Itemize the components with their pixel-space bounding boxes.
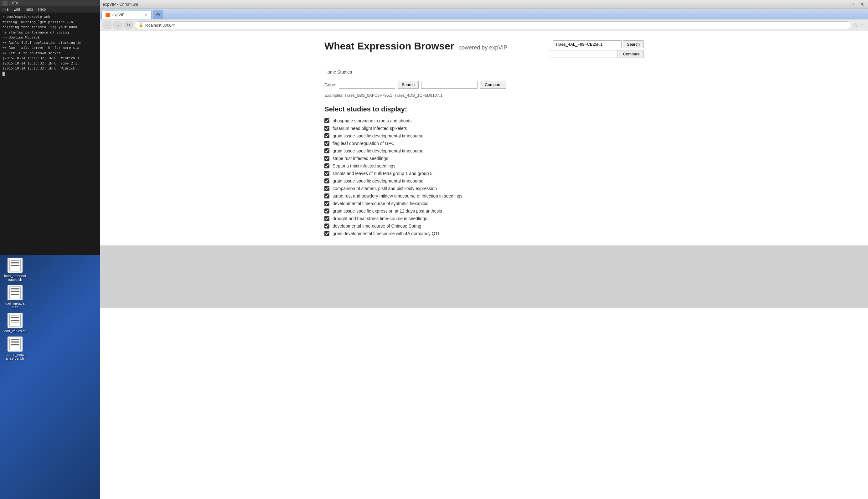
desktop-icon-2[interactable]: load_values.sh: [2, 313, 27, 333]
active-tab[interactable]: expVIP ✕: [101, 11, 152, 19]
page-content: Wheat Expression Browser powered by expV…: [312, 31, 656, 245]
page-title: Wheat Expression Browser: [324, 40, 454, 52]
breadcrumb-home-link[interactable]: Home: [324, 70, 336, 74]
address-text: localhost:3000/#: [145, 23, 175, 27]
file-icon-lines-1: [9, 287, 21, 299]
study-item-7: shoots and leaves of nulli tetra group 1…: [324, 171, 644, 176]
browser-title-text: expVIP - Chromium: [103, 2, 138, 7]
study-item-5: stripe rust infected seedlings: [324, 156, 644, 161]
study-checkbox-11[interactable]: [324, 201, 329, 206]
study-label-3: flag leaf downregulation of GPC: [333, 141, 395, 146]
desktop-icon-label-1: load_metadata.sh: [5, 302, 26, 309]
study-checkbox-6[interactable]: [324, 163, 329, 168]
terminal-icon: [2, 1, 8, 5]
page-header: Wheat Expression Browser powered by expV…: [324, 40, 644, 63]
studies-section: Select studies to display: phosphate sta…: [324, 105, 644, 236]
terminal-line-1: Warning: Running `gem pristine --all`: [2, 20, 98, 25]
study-label-8: grain tissue-specific developmental time…: [333, 179, 423, 183]
study-label-4: grain tissue-specific developmental time…: [333, 148, 423, 154]
study-checkbox-3[interactable]: [324, 141, 329, 146]
terminal-line-3: he startup performance of Spring.: [2, 30, 98, 35]
reload-button[interactable]: ↻: [124, 21, 133, 29]
gene-search-button[interactable]: Search: [398, 81, 419, 88]
file-line: [11, 344, 20, 345]
file-icon-1: [8, 285, 23, 300]
browser-tabs: expVIP ✕ ⊕: [100, 9, 868, 20]
back-button[interactable]: ←: [103, 21, 111, 29]
study-checkbox-10[interactable]: [324, 193, 329, 198]
file-line: [11, 291, 20, 292]
tab-favicon: [106, 13, 110, 17]
header-search-input[interactable]: [553, 40, 622, 48]
gene-search-section: Gene: Search Compare Examples: Traes_5BS…: [324, 81, 644, 98]
desktop-icon-1[interactable]: load_metadata.sh: [2, 285, 27, 309]
desktop-icon-3[interactable]: startup_expvip_server.sh: [2, 337, 27, 360]
study-item-11: developmental time-course of synthetic h…: [324, 201, 644, 206]
tab-label: expVIP: [112, 13, 125, 17]
file-line: [11, 342, 20, 343]
terminal-titlebar-left: LXTe: [2, 1, 18, 5]
address-lock-icon: 🔒: [139, 23, 143, 27]
study-item-10: stripe rust and powdery mildew timecours…: [324, 193, 644, 198]
study-checkbox-15[interactable]: [324, 231, 329, 236]
gene-search-input[interactable]: [339, 81, 395, 88]
browser-panel: expVIP - Chromium − + ✕ expVIP ✕ ⊕ ← → ↻…: [100, 0, 868, 499]
minimize-button[interactable]: −: [843, 1, 848, 7]
studies-list: phosphate starvation in roots and shoots…: [324, 118, 644, 236]
address-bar[interactable]: 🔒 localhost:3000/#: [135, 21, 852, 29]
gene-compare-input[interactable]: [421, 81, 478, 88]
new-tab-button[interactable]: ⊕: [153, 10, 163, 19]
file-line: [11, 341, 20, 342]
study-item-8: grain tissue-specific developmental time…: [324, 179, 644, 183]
header-compare-button[interactable]: Compare: [619, 50, 644, 58]
study-item-4: grain tissue-specific developmental time…: [324, 148, 644, 154]
study-item-6: Septoria tritici infected seedlings: [324, 163, 644, 168]
header-search-button[interactable]: Search: [623, 40, 644, 48]
bookmark-star-icon[interactable]: ☆: [853, 22, 858, 28]
gene-label: Gene:: [324, 82, 336, 87]
terminal-menu-tabs[interactable]: Tabs: [25, 7, 33, 12]
terminal-title: LXTe: [9, 1, 18, 5]
study-checkbox-4[interactable]: [324, 148, 329, 154]
study-checkbox-8[interactable]: [324, 179, 329, 183]
study-checkbox-12[interactable]: [324, 208, 329, 214]
study-checkbox-14[interactable]: [324, 223, 329, 229]
file-icon-2: [8, 313, 23, 328]
study-checkbox-13[interactable]: [324, 216, 329, 221]
file-line: [11, 317, 20, 318]
study-checkbox-7[interactable]: [324, 171, 329, 176]
header-compare-input[interactable]: [549, 50, 618, 58]
terminal-menu-edit[interactable]: Edit: [13, 7, 20, 12]
header-search-row-1: Search: [553, 40, 644, 48]
study-checkbox-2[interactable]: [324, 133, 329, 138]
desktop-icon-label-2: load_values.sh: [3, 329, 26, 333]
title-area: Wheat Expression Browser powered by expV…: [324, 40, 507, 52]
gene-compare-button[interactable]: Compare: [480, 81, 506, 88]
tab-close-button[interactable]: ✕: [144, 13, 147, 17]
file-icon-lines-0: [9, 259, 21, 271]
breadcrumb-studies-link[interactable]: Studies: [337, 70, 352, 74]
desktop-icons-area: load_homoeologues.sh load_metadata.sh: [0, 255, 100, 499]
terminal-menu-help[interactable]: Help: [38, 7, 46, 12]
terminal-menubar: File Edit Tabs Help: [0, 6, 100, 13]
maximize-button[interactable]: +: [851, 1, 856, 7]
file-line: [11, 262, 20, 263]
file-icon-3: [8, 337, 23, 352]
file-icon-0: [8, 258, 23, 273]
study-checkbox-1[interactable]: [324, 126, 329, 131]
file-line: [11, 288, 20, 289]
terminal-line-0: /home/expvip/expvip-web: [2, 14, 98, 20]
study-checkbox-0[interactable]: [324, 118, 329, 123]
desktop-icon-0[interactable]: load_homoeologues.sh: [2, 258, 27, 281]
study-item-15: grain developmental timecourse with 4A d…: [324, 231, 644, 236]
terminal-menu-file[interactable]: File: [2, 7, 9, 12]
close-button[interactable]: ✕: [859, 1, 866, 7]
file-line: [11, 319, 20, 319]
study-checkbox-9[interactable]: [324, 186, 329, 191]
study-checkbox-5[interactable]: [324, 156, 329, 161]
browser-menu-button[interactable]: ≡: [859, 22, 866, 28]
file-line: [11, 294, 20, 295]
terminal-line-5: => Rails 4.2.1 application starting in: [2, 40, 98, 46]
study-label-11: developmental time-course of synthetic h…: [333, 201, 429, 206]
forward-button[interactable]: →: [113, 21, 122, 29]
